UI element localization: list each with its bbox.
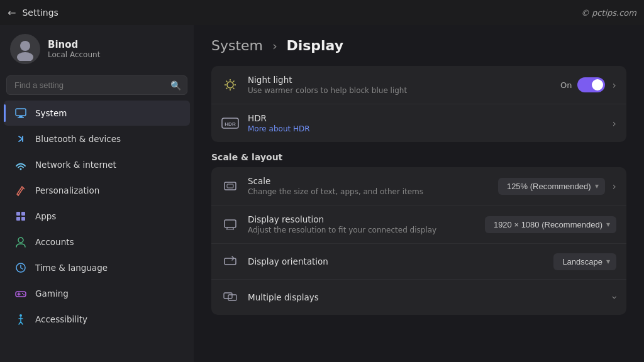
avatar	[10, 34, 40, 64]
hdr-row[interactable]: HDR HDR More about HDR ›	[211, 104, 626, 142]
breadcrumb-section: System	[211, 38, 263, 53]
svg-point-0	[20, 41, 30, 51]
system-icon	[14, 106, 28, 120]
accounts-icon	[14, 235, 28, 249]
sidebar-item-bluetooth-label: Bluetooth & devices	[35, 134, 121, 144]
bluetooth-icon	[14, 132, 28, 146]
gaming-icon	[14, 287, 28, 300]
hdr-content: HDR More about HDR	[248, 113, 601, 133]
night-light-icon	[221, 76, 239, 94]
breadcrumb-page: Display	[286, 38, 343, 53]
orientation-dropdown-caret: ▾	[606, 257, 610, 266]
sidebar-item-network[interactable]: Network & internet	[4, 152, 190, 177]
multiple-displays-icon	[221, 288, 239, 306]
svg-line-21	[226, 81, 228, 82]
orientation-icon	[221, 253, 239, 270]
svg-rect-6	[16, 212, 20, 216]
resolution-icon	[221, 216, 239, 233]
sidebar-item-apps[interactable]: Apps	[4, 204, 190, 229]
network-icon	[14, 158, 28, 172]
svg-point-10	[18, 238, 23, 243]
resolution-subtitle: Adjust the resolution to fit your connec…	[248, 226, 476, 234]
svg-point-14	[23, 294, 25, 295]
main-layout: Binod Local Account 🔍 System	[0, 25, 644, 362]
svg-point-16	[227, 82, 233, 88]
multiple-displays-title: Multiple displays	[248, 292, 601, 302]
topbar: ← Settings © pctips.com	[0, 0, 644, 25]
svg-point-5	[20, 168, 22, 170]
svg-rect-2	[16, 109, 26, 116]
back-button[interactable]: ←	[8, 7, 16, 19]
scale-icon	[221, 177, 239, 195]
breadcrumb-separator: ›	[272, 38, 281, 53]
search-input[interactable]	[6, 75, 187, 95]
resolution-content: Display resolution Adjust the resolution…	[248, 214, 476, 234]
multiple-displays-chevron: ›	[608, 295, 620, 299]
scale-dropdown[interactable]: 125% (Recommended) ▾	[498, 178, 605, 195]
orientation-content: Display orientation	[248, 256, 545, 266]
resolution-title: Display resolution	[248, 214, 476, 224]
sidebar-item-time[interactable]: Time & language	[4, 255, 190, 280]
personalization-icon	[14, 184, 28, 197]
orientation-row[interactable]: Display orientation Landscape ▾	[211, 244, 626, 280]
orientation-dropdown[interactable]: Landscape ▾	[553, 253, 616, 270]
night-light-subtitle: Use warmer colors to help block blue lig…	[248, 86, 552, 95]
user-info: Binod Local Account	[48, 39, 100, 59]
sidebar-item-gaming-label: Gaming	[35, 288, 69, 299]
search-icon: 🔍	[170, 80, 181, 90]
resolution-control: 1920 × 1080 (Recommended) ▾	[485, 216, 616, 233]
multiple-displays-control: ›	[610, 292, 616, 304]
svg-rect-9	[21, 217, 25, 221]
hdr-subtitle[interactable]: More about HDR	[248, 124, 601, 133]
hdr-title: HDR	[248, 113, 601, 123]
multiple-displays-row[interactable]: Multiple displays ›	[211, 280, 626, 315]
scale-subtitle: Change the size of text, apps, and other…	[248, 187, 489, 196]
user-name: Binod	[48, 39, 100, 50]
scale-title: Scale	[248, 176, 489, 186]
orientation-title: Display orientation	[248, 256, 545, 266]
resolution-dropdown[interactable]: 1920 × 1080 (Recommended) ▾	[485, 216, 616, 233]
multiple-displays-content: Multiple displays	[248, 292, 601, 302]
night-light-row[interactable]: Night light Use warmer colors to help bl…	[211, 66, 626, 104]
sidebar-item-system[interactable]: System	[4, 101, 190, 126]
scale-layout-header: Scale & layout	[211, 152, 626, 162]
svg-line-22	[233, 88, 235, 89]
sidebar-item-accessibility[interactable]: Accessibility	[4, 307, 190, 332]
scale-row[interactable]: Scale Change the size of text, apps, and…	[211, 167, 626, 206]
search-container: 🔍	[6, 75, 187, 95]
time-icon	[14, 261, 28, 275]
sidebar-item-time-label: Time & language	[35, 263, 108, 273]
sidebar-item-accounts-label: Accounts	[35, 237, 74, 247]
scale-content: Scale Change the size of text, apps, and…	[248, 176, 489, 196]
scale-chevron: ›	[613, 180, 616, 192]
breadcrumb: System › Display	[211, 38, 626, 53]
sidebar-item-accessibility-label: Accessibility	[35, 314, 87, 324]
hdr-chevron: ›	[613, 118, 616, 129]
sidebar-item-system-label: System	[35, 108, 67, 118]
scale-dropdown-caret: ▾	[595, 182, 599, 190]
user-profile[interactable]: Binod Local Account	[0, 25, 194, 73]
sidebar-item-apps-label: Apps	[35, 211, 56, 221]
svg-text:HDR: HDR	[225, 121, 236, 127]
sidebar-item-bluetooth[interactable]: Bluetooth & devices	[4, 126, 190, 151]
resolution-dropdown-caret: ▾	[606, 220, 610, 229]
night-light-chevron: ›	[613, 79, 616, 91]
hdr-icon: HDR	[221, 114, 239, 132]
sidebar-item-personalization-label: Personalization	[35, 185, 99, 195]
svg-rect-7	[21, 212, 25, 216]
night-light-toggle[interactable]	[577, 77, 605, 92]
apps-icon	[14, 209, 28, 223]
orientation-control: Landscape ▾	[553, 253, 616, 270]
night-light-content: Night light Use warmer colors to help bl…	[248, 75, 552, 95]
sidebar: Binod Local Account 🔍 System	[0, 25, 194, 362]
svg-rect-30	[225, 258, 236, 265]
scale-control: 125% (Recommended) ▾ ›	[498, 178, 616, 195]
sidebar-item-accounts[interactable]: Accounts	[4, 229, 190, 255]
svg-rect-29	[225, 220, 236, 228]
svg-point-15	[19, 314, 22, 317]
sidebar-item-personalization[interactable]: Personalization	[4, 178, 190, 203]
svg-rect-8	[16, 217, 20, 221]
top-settings-card: Night light Use warmer colors to help bl…	[211, 66, 626, 142]
sidebar-item-gaming[interactable]: Gaming	[4, 281, 190, 306]
resolution-row[interactable]: Display resolution Adjust the resolution…	[211, 206, 626, 244]
